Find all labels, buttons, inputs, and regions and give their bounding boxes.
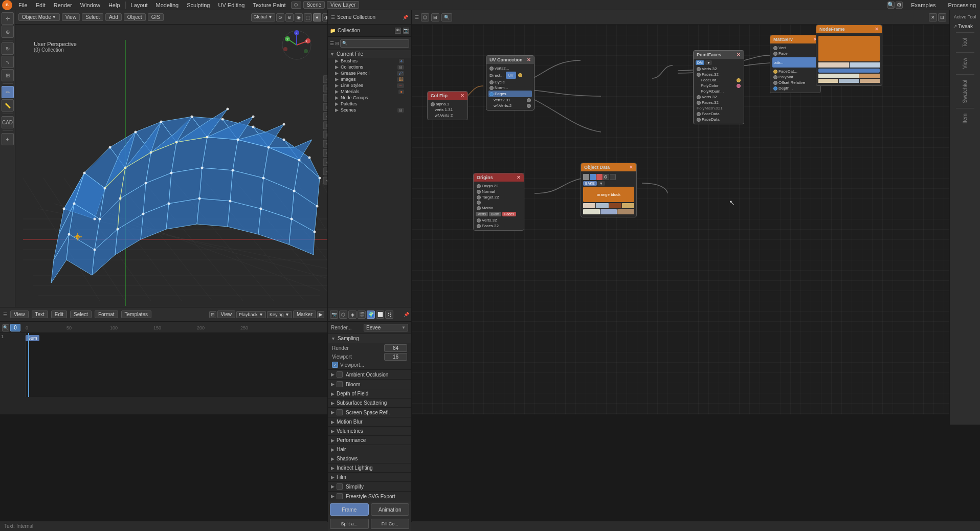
- freestyle-header[interactable]: ▶ Freestyle SVG Export: [328, 492, 411, 501]
- workspace-modeling[interactable]: Modeling: [152, 1, 183, 9]
- add-tool[interactable]: +: [2, 133, 14, 145]
- xray-btn[interactable]: ⬚: [304, 13, 312, 21]
- playhead[interactable]: [28, 333, 29, 397]
- world-icon[interactable]: 🌍: [367, 311, 375, 319]
- object-icon[interactable]: ⬜: [376, 311, 384, 319]
- film-header[interactable]: ▶ Film: [328, 473, 411, 481]
- visibility-toggle[interactable]: 👁: [395, 28, 401, 34]
- render-samples-value[interactable]: 64: [384, 344, 407, 352]
- node-color-1[interactable]: [583, 174, 589, 180]
- scene-icon[interactable]: 🎬: [358, 311, 366, 319]
- blam-btn[interactable]: Blam: [489, 212, 501, 216]
- view-layer-input[interactable]: View Layer: [327, 1, 359, 9]
- filter-icon[interactable]: ☰: [330, 41, 334, 46]
- node-editor-menu-icon[interactable]: ☰: [415, 15, 419, 20]
- solid-shading-btn[interactable]: ●: [313, 13, 321, 21]
- tl-view2-btn[interactable]: View: [217, 311, 236, 318]
- hair-header[interactable]: ▶ Hair: [328, 445, 411, 454]
- node-search-box[interactable]: 🔍: [441, 13, 452, 21]
- rotate-tool[interactable]: ↻: [2, 42, 14, 55]
- add-btn[interactable]: Add: [105, 13, 122, 21]
- workspace-layout[interactable]: Layout: [127, 1, 152, 9]
- simplify-header[interactable]: ▶ Simplify: [328, 482, 411, 491]
- current-frame-display[interactable]: 0: [10, 324, 20, 331]
- object-btn[interactable]: Object: [124, 13, 146, 21]
- bloom-checkbox[interactable]: [337, 381, 343, 387]
- asset-node-groups[interactable]: ▶ Node Groups: [328, 95, 411, 101]
- view-btn[interactable]: View: [62, 13, 80, 21]
- node-color-3[interactable]: [596, 174, 603, 180]
- viewport-canvas[interactable]: User Perspective (0) Collection: [15, 25, 343, 307]
- tl-keying-btn[interactable]: Keying ▼: [267, 311, 292, 318]
- cursor-tool[interactable]: ✛: [2, 12, 14, 25]
- node-mode-btn[interactable]: ⬡: [421, 13, 429, 21]
- asset-images[interactable]: ▶ Images 🖼: [328, 76, 411, 82]
- scene-input[interactable]: Scene: [303, 1, 325, 9]
- menu-window[interactable]: Window: [76, 1, 104, 9]
- play-btn[interactable]: ▶: [317, 311, 324, 318]
- asset-grease-pencil[interactable]: ▶ Grease Pencil 🖊: [328, 70, 411, 76]
- asset-brushes[interactable]: ▶ Brushes 4: [328, 58, 411, 64]
- ao-checkbox[interactable]: [337, 371, 343, 378]
- performance-header[interactable]: ▶ Performance: [328, 436, 411, 445]
- workspace-texture-paint[interactable]: Texture Paint: [249, 1, 289, 9]
- scale-tool[interactable]: ⤡: [2, 56, 14, 68]
- node-pointfaces-right[interactable]: PointFaces ✕ DM ▼ Verts.32 Faces.32 Face…: [693, 50, 744, 124]
- workspace-sculpting[interactable]: Sculpting: [183, 1, 214, 9]
- tl-view-btn[interactable]: View: [10, 311, 29, 318]
- node-options-btn[interactable]: ⊟: [431, 13, 439, 21]
- camera-icon[interactable]: 📷: [330, 311, 338, 319]
- node-canvas[interactable]: MattServ ✕ Vert Face attr... FaceDat... …: [412, 25, 949, 414]
- engine-dropdown[interactable]: Eevee ▼: [364, 324, 408, 331]
- freestyle-checkbox[interactable]: [337, 493, 343, 499]
- tl-marker-btn[interactable]: Marker: [293, 311, 316, 318]
- workspace-uv-editing[interactable]: UV Editing: [214, 1, 249, 9]
- current-file-section[interactable]: ▼ Current File: [328, 50, 411, 58]
- node-color-2[interactable]: [590, 174, 596, 180]
- volumetrics-header[interactable]: ▶ Volumetrics: [328, 427, 411, 435]
- asset-collections[interactable]: ▶ Collections ⊟: [328, 64, 411, 70]
- split-btn[interactable]: Split a...: [330, 519, 369, 529]
- vert-btn[interactable]: Verts: [476, 212, 488, 216]
- timeline-content[interactable]: 1 Sum: [0, 333, 327, 397]
- view-layer-icon[interactable]: ◈: [348, 311, 357, 319]
- asset-materials[interactable]: ▶ Materials ●: [328, 88, 411, 95]
- overlay-btn[interactable]: ◉: [295, 13, 303, 21]
- dof-header[interactable]: ▶ Depth of Field: [328, 389, 411, 398]
- shadows-header[interactable]: ▶ Shadows: [328, 454, 411, 463]
- annotate-tool[interactable]: ✏: [2, 86, 14, 98]
- tl-edit-btn[interactable]: Edit: [51, 311, 67, 318]
- node-col-flip[interactable]: Col Flip ✕ alpha.1 verts 1.31 wf.Verts 2: [427, 91, 468, 120]
- tl-menu-icon[interactable]: ☰: [3, 312, 7, 317]
- frame-search-btn[interactable]: 🔍: [2, 324, 9, 331]
- node-color-5[interactable]: [610, 174, 616, 180]
- ssr-checkbox[interactable]: [337, 409, 343, 415]
- motion-blur-header[interactable]: ▶ Motion Blur: [328, 417, 411, 426]
- asset-scenes[interactable]: ▶ Scenes ⊟: [328, 107, 411, 113]
- search-box[interactable]: 🔍: [340, 39, 409, 48]
- select-btn[interactable]: Select: [82, 13, 103, 21]
- ambient-occlusion-header[interactable]: ▶ Ambient Occlusion: [328, 370, 411, 379]
- node-mattserv[interactable]: MattServ ✕ Vert Face attr... FaceDat... …: [770, 35, 821, 93]
- sampling-header[interactable]: ▼ Sampling: [328, 334, 411, 343]
- constraints-icon[interactable]: ⛓: [385, 311, 393, 319]
- ssr-header[interactable]: ▶ Screen Space Refl.: [328, 408, 411, 417]
- node-origins[interactable]: Origins ✕ Origin.22 Normal Target.22 Mat…: [473, 173, 524, 231]
- output-icon[interactable]: ⬡: [339, 311, 347, 319]
- animation-btn[interactable]: Animation: [371, 503, 410, 516]
- tweak-item[interactable]: ↗ Tweak: [951, 23, 979, 30]
- search-icon[interactable]: 🔍: [887, 2, 895, 9]
- global-transform[interactable]: Global ▼: [251, 13, 275, 21]
- bloom-header[interactable]: ▶ Bloom: [328, 380, 411, 389]
- sss-header[interactable]: ▶ Subsurface Scattering: [328, 399, 411, 407]
- tl-text-btn[interactable]: Text: [32, 311, 48, 318]
- simplify-checkbox[interactable]: [337, 483, 343, 490]
- tl-templates-btn[interactable]: Templates: [121, 311, 152, 318]
- measure-tool[interactable]: 📏: [2, 99, 14, 112]
- tl-format-btn[interactable]: Format: [95, 311, 118, 318]
- faces-btn[interactable]: Faces: [502, 212, 516, 216]
- cad-tool[interactable]: CAD: [2, 116, 14, 128]
- menu-help[interactable]: Help: [104, 1, 124, 9]
- mode-dropdown[interactable]: Object Mode▼: [18, 13, 60, 21]
- node-frame-large[interactable]: NodeFrame ✕: [816, 25, 882, 86]
